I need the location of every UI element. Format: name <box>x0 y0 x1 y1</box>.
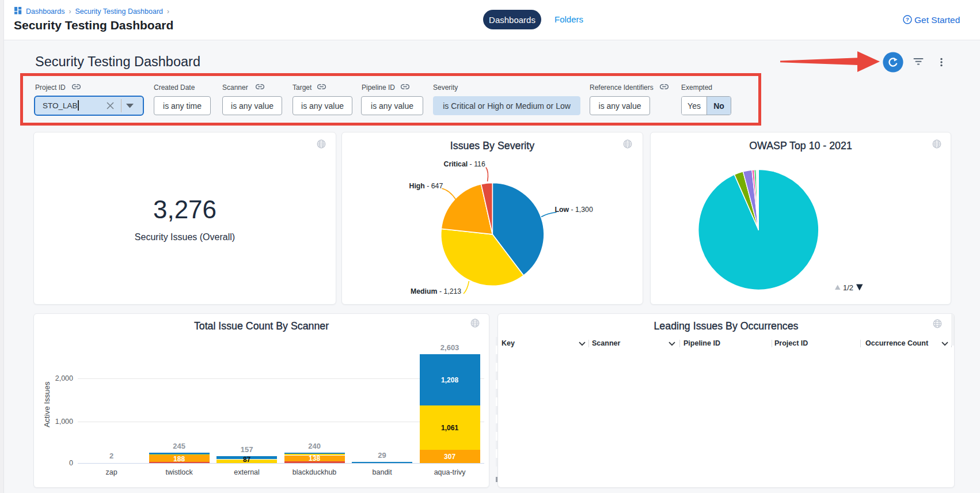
svg-text:Medium - 1,213: Medium - 1,213 <box>411 287 461 295</box>
svg-text:Low - 1,300: Low - 1,300 <box>555 206 593 214</box>
svg-text:High - 647: High - 647 <box>409 182 443 190</box>
svg-text:1/2: 1/2 <box>843 283 853 292</box>
svg-text:?: ? <box>906 16 909 22</box>
svg-text:Critical - 116: Critical - 116 <box>444 160 485 168</box>
